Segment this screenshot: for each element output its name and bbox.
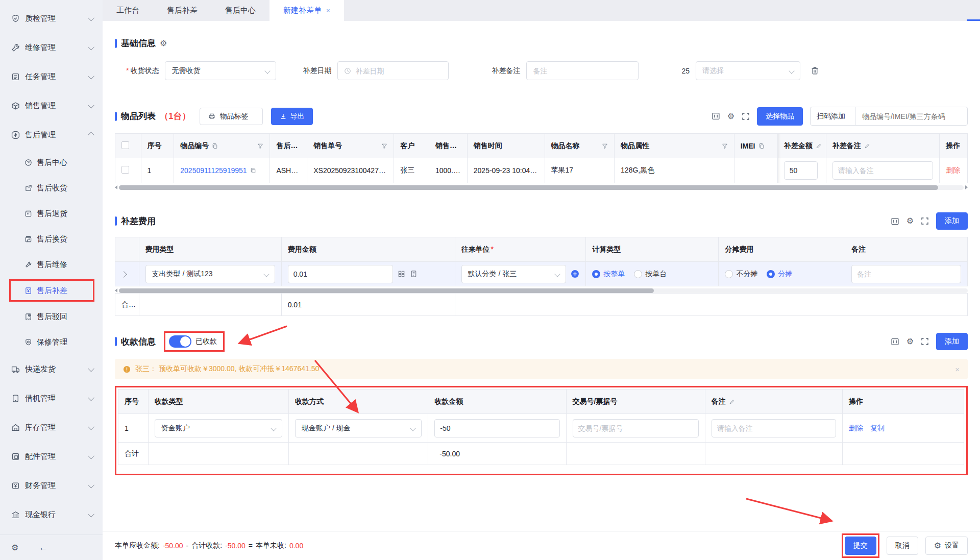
filter-icon[interactable] xyxy=(257,143,263,149)
diff-remark-row-input[interactable] xyxy=(838,166,928,175)
item-no-link[interactable]: 20250911125919951 xyxy=(180,166,247,175)
radio-share[interactable]: 分摊 xyxy=(767,270,792,279)
trash-icon[interactable] xyxy=(811,66,819,75)
fee-table-header-row: 费用类型 费用金额 往来单位* 计算类型 分摊费用 备注 xyxy=(115,237,968,262)
fee-horizontal-scrollbar[interactable] xyxy=(115,288,968,293)
scroll-left-icon[interactable] xyxy=(115,185,117,189)
gear-icon[interactable]: ⚙ xyxy=(906,217,914,225)
submit-button[interactable]: 提交 xyxy=(845,537,876,555)
table-settings-icon[interactable] xyxy=(891,217,899,226)
close-warning-icon[interactable]: × xyxy=(955,365,960,374)
radio-no-share[interactable]: 不分摊 xyxy=(725,270,757,279)
copy-icon[interactable] xyxy=(250,167,256,174)
select-item-button[interactable]: 选择物品 xyxy=(757,107,803,126)
pay-type-select[interactable]: 资金账户 xyxy=(155,419,282,437)
counterparty-select[interactable]: 默认分类 / 张三 xyxy=(461,265,567,283)
sidebar-item-express[interactable]: 快递发货 xyxy=(0,355,103,384)
sidebar-item-aftersales-receive[interactable]: 售后收货 xyxy=(0,175,103,201)
filter-icon[interactable] xyxy=(722,143,728,149)
add-counterparty-icon[interactable] xyxy=(571,270,579,278)
tab-new-diff-order[interactable]: 新建补差单 × xyxy=(270,0,344,21)
scroll-right-icon[interactable] xyxy=(965,185,968,189)
fee-remark-input[interactable] xyxy=(857,270,955,278)
tab-aftersales-center[interactable]: 售后中心 xyxy=(211,0,270,21)
diff-remark-input[interactable] xyxy=(526,61,639,80)
scan-add-select[interactable]: 扫码添加 xyxy=(811,107,856,125)
row-checkbox[interactable] xyxy=(121,166,129,174)
filter-icon[interactable] xyxy=(381,143,387,149)
gear-icon[interactable]: ⚙ xyxy=(906,337,914,346)
settings-button[interactable]: ⚙ 设置 xyxy=(925,537,968,555)
settings-gear-icon[interactable]: ⚙ xyxy=(11,544,18,552)
cell-sales-amount: 1000.00 xyxy=(429,158,467,183)
sidebar-item-aftersales-center[interactable]: 售后中心 xyxy=(0,150,103,175)
delete-item-link[interactable]: 删除 xyxy=(946,166,960,174)
custom-field-select[interactable]: 请选择 xyxy=(696,61,800,80)
copy-payment-link[interactable]: 复制 xyxy=(870,424,885,432)
fullscreen-icon[interactable] xyxy=(921,217,929,225)
filter-icon[interactable] xyxy=(602,143,608,149)
sidebar-item-aftersales-exchange[interactable]: 售后换货 xyxy=(0,226,103,252)
fee-type-select[interactable]: 支出类型 / 测试123 xyxy=(145,265,275,283)
sidebar-item-aftersales-return[interactable]: 售后退货 xyxy=(0,201,103,226)
diff-amount-input[interactable] xyxy=(790,166,812,175)
fullscreen-icon[interactable] xyxy=(742,112,750,120)
sidebar-item-sales[interactable]: 销售管理 xyxy=(0,91,103,120)
col-pay-type: 收款类型 xyxy=(148,389,288,414)
copy-icon[interactable] xyxy=(758,143,765,149)
copy-icon[interactable] xyxy=(212,143,218,149)
export-button[interactable]: 导出 xyxy=(271,108,313,125)
add-payment-button[interactable]: 添加 xyxy=(936,333,968,350)
item-tag-button[interactable]: 物品标签 xyxy=(200,108,263,125)
fee-amount-input[interactable] xyxy=(293,270,387,278)
sidebar-item-repair[interactable]: 维修管理 xyxy=(0,33,103,62)
sidebar-item-quality[interactable]: 质检管理 xyxy=(0,4,103,33)
gear-icon[interactable]: ⚙ xyxy=(727,112,734,120)
table-settings-icon[interactable] xyxy=(891,337,899,346)
table-settings-icon[interactable] xyxy=(712,112,720,120)
received-toggle[interactable] xyxy=(169,335,191,348)
sidebar-item-warranty[interactable]: 保修管理 xyxy=(0,329,103,355)
sidebar-item-task[interactable]: 任务管理 xyxy=(0,62,103,91)
sidebar-item-aftersales-reject[interactable]: 售后驳回 xyxy=(0,304,103,329)
sidebar-item-cash-bank[interactable]: 现金银行 xyxy=(0,500,103,529)
collapse-sidebar-icon[interactable]: ← xyxy=(39,543,47,553)
add-fee-button[interactable]: 添加 xyxy=(936,212,968,230)
items-table-header-row: 序号 物品编号 售后单号 销售单号 客户 销售金额 销售时间 物品名称 物品属性… xyxy=(115,134,968,158)
radio-whole-order[interactable]: 按整单 xyxy=(592,270,625,279)
apportion-grid-icon[interactable] xyxy=(398,270,405,278)
sidebar-item-aftersales-diff[interactable]: 售后补差 xyxy=(37,286,67,296)
sidebar-item-finance[interactable]: 财务管理 xyxy=(0,471,103,500)
unreceived-value: 0.00 xyxy=(289,542,303,550)
scroll-left-icon[interactable] xyxy=(115,288,117,293)
sidebar-item-label: 售后退货 xyxy=(37,209,93,218)
diff-date-input[interactable] xyxy=(337,61,449,80)
cancel-button[interactable]: 取消 xyxy=(887,537,918,555)
radio-per-unit[interactable]: 按单台 xyxy=(634,270,667,279)
pay-amount-input[interactable] xyxy=(440,424,554,432)
sidebar-item-inventory[interactable]: 库存管理 xyxy=(0,413,103,442)
fee-total-label: 合计 xyxy=(115,294,139,316)
delete-payment-link[interactable]: 删除 xyxy=(849,424,863,432)
items-horizontal-scrollbar[interactable] xyxy=(115,185,968,190)
sidebar-item-aftersales[interactable]: 售后管理 xyxy=(0,120,103,150)
fee-document-icon[interactable] xyxy=(410,270,418,278)
scan-code-input[interactable] xyxy=(856,112,967,120)
gear-icon[interactable]: ⚙ xyxy=(160,39,167,47)
tab-workbench[interactable]: 工作台 xyxy=(103,0,153,21)
sidebar-item-loaner[interactable]: 借机管理 xyxy=(0,384,103,413)
expand-row-icon[interactable] xyxy=(120,271,127,278)
select-all-checkbox[interactable] xyxy=(121,141,129,149)
sidebar-item-aftersales-repair[interactable]: 售后维修 xyxy=(0,252,103,277)
shield-check-icon xyxy=(11,14,20,23)
tab-aftersales-diff[interactable]: 售后补差 xyxy=(153,0,211,21)
pay-method-select[interactable]: 现金账户 / 现金 xyxy=(295,419,422,437)
receive-status-select[interactable]: 无需收货 xyxy=(165,61,276,80)
close-tab-icon[interactable]: × xyxy=(326,7,330,14)
trade-no-input[interactable] xyxy=(578,424,693,432)
fullscreen-icon[interactable] xyxy=(921,337,929,346)
sidebar-item-parts[interactable]: 配件管理 xyxy=(0,442,103,471)
pay-remark-input[interactable] xyxy=(717,424,830,432)
col-imei: IMEI xyxy=(734,134,777,158)
col-calc-type: 计算类型 xyxy=(586,237,719,262)
